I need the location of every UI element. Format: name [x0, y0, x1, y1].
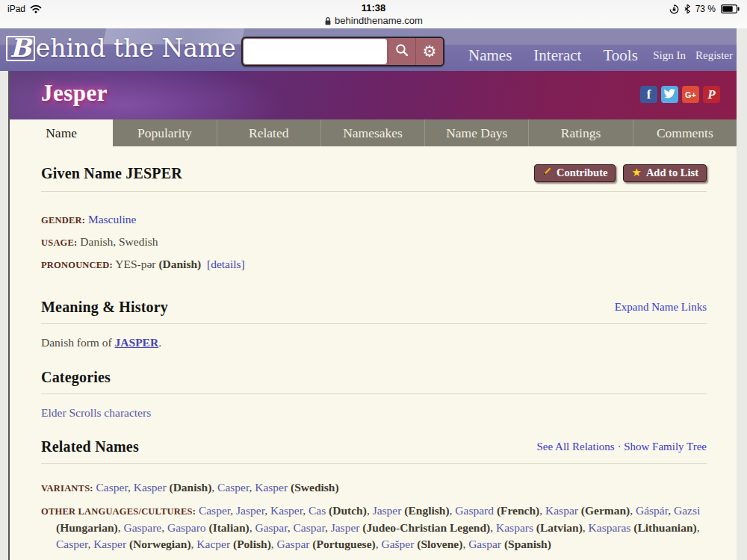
related-name-link[interactable]: Casper [217, 481, 249, 494]
given-name-header: Given Name JESPER Contribute ★ A [41, 146, 707, 192]
related-name-link[interactable]: Kaspars [496, 521, 533, 534]
related-name-link[interactable]: Casper [56, 538, 87, 550]
add-to-list-button[interactable]: ★ Add to List [623, 164, 707, 182]
related-name-link[interactable]: Jasper [373, 504, 402, 517]
related-name-link[interactable]: Gaspare [123, 521, 161, 534]
jasper-link[interactable]: JASPER [115, 336, 159, 349]
usage-label: USAGE: [41, 237, 77, 248]
tab-related[interactable]: Related [217, 119, 320, 146]
register-link[interactable]: Register [695, 49, 733, 62]
battery-percent: 73 % [695, 4, 716, 14]
search-button[interactable] [388, 38, 415, 65]
category-link[interactable]: Elder Scrolls characters [41, 406, 151, 419]
status-bar: iPad 11:38 behindthename.com [0, 0, 747, 28]
tab-name-days[interactable]: Name Days [424, 119, 528, 146]
related-name-link[interactable]: Gazsi [674, 504, 700, 517]
usage-value: Danish, Swedish [80, 235, 158, 248]
twitter-share-button[interactable] [661, 86, 678, 103]
contribute-label: Contribute [557, 167, 607, 179]
related-name-link[interactable]: Gaspard [455, 504, 494, 517]
related-name-link[interactable]: Gaspar [255, 521, 288, 534]
related-body: VARIANTS: Casper, Kasper (Danish), Caspe… [41, 464, 707, 560]
see-all-relations-link[interactable]: See All Relations · Show Family Tree [536, 441, 707, 453]
meaning-heading: Meaning & History [41, 299, 168, 316]
page-card: Jesper f G+ P [8, 71, 737, 560]
tab-bar: NamePopularityRelatedNamesakesName DaysR… [10, 119, 737, 146]
pronounced-value: YES-pər [115, 258, 155, 270]
sign-in-link[interactable]: Sign In [653, 49, 686, 62]
bluetooth-icon [684, 4, 690, 13]
related-name-link[interactable]: Jasper [331, 521, 360, 534]
pronunciation-details-link[interactable]: [details] [207, 258, 245, 270]
related-heading: Related Names [41, 438, 139, 455]
tab-namesakes[interactable]: Namesakes [320, 119, 424, 146]
related-name-link[interactable]: Kasper [93, 538, 126, 550]
tab-name[interactable]: Name [10, 119, 113, 146]
search-group: ⚙ [241, 37, 444, 66]
screen: iPad 11:38 behindthename.com [0, 0, 747, 560]
related-name-link[interactable]: Cas [309, 504, 326, 517]
url-text: behindthename.com [335, 15, 423, 26]
logo-initial: B [6, 36, 35, 61]
page-title: Jesper [41, 80, 108, 107]
page-content: Given Name JESPER Contribute ★ A [10, 146, 737, 560]
add-to-list-label: Add to List [646, 167, 698, 179]
address-bar[interactable]: behindthename.com [0, 15, 747, 26]
related-name-link[interactable]: Casper [96, 481, 128, 494]
other-languages-label: OTHER LANGUAGES/CULTURES: [41, 506, 196, 517]
related-name-link[interactable]: Kasper [255, 481, 288, 494]
site-logo[interactable]: Behind the Name [6, 34, 236, 63]
related-name-link[interactable]: Kasparas [589, 521, 631, 534]
pencil-icon [542, 167, 552, 179]
related-name-link[interactable]: Gaspar [468, 538, 501, 550]
account-nav: Sign In Register [653, 49, 733, 62]
nav-interact[interactable]: Interact [533, 46, 581, 64]
gender-label: GENDER: [41, 215, 85, 225]
tab-popularity[interactable]: Popularity [113, 119, 216, 146]
categories-header: Categories [41, 358, 707, 394]
tab-comments[interactable]: Comments [633, 119, 737, 146]
related-header: Related Names See All Relations · Show F… [41, 428, 707, 464]
contribute-button[interactable]: Contribute [534, 164, 616, 182]
clock: 11:38 [0, 2, 747, 13]
social-buttons: f G+ P [640, 86, 720, 103]
facebook-share-button[interactable]: f [640, 86, 657, 103]
gender-value-link[interactable]: Masculine [88, 213, 137, 225]
language-tag: (Portuguese) [312, 538, 375, 550]
language-tag: (Slovene) [417, 538, 462, 550]
related-name-link[interactable]: Kasper [134, 481, 167, 494]
ssl-lock-icon [324, 16, 332, 25]
google-plus-share-button[interactable]: G+ [682, 86, 699, 103]
related-name-link[interactable]: Jasper [236, 504, 264, 517]
pinterest-share-button[interactable]: P [703, 86, 720, 103]
language-tag: (Norwegian) [129, 538, 191, 550]
twitter-icon [664, 88, 675, 102]
nav-tools[interactable]: Tools [603, 46, 637, 64]
language-tag: (Polish) [233, 538, 271, 550]
variants-row: VARIANTS: Casper, Kasper (Danish), Caspe… [41, 479, 707, 497]
related-name-link[interactable]: Kacper [196, 538, 230, 550]
other-languages-row: OTHER LANGUAGES/CULTURES: Casper, Jasper… [41, 503, 707, 553]
language-tag: (Swedish) [291, 481, 339, 494]
language-tag: (Dutch) [329, 504, 367, 517]
related-name-link[interactable]: Casper [199, 504, 230, 517]
language-tag: (Lithuanian) [633, 521, 696, 534]
tab-ratings[interactable]: Ratings [528, 119, 632, 146]
language-tag: (Latvian) [536, 521, 583, 534]
pronounced-row: PRONOUNCED: YES-pər (Danish) [details] [41, 255, 707, 274]
related-name-link[interactable]: Kasper [270, 504, 303, 517]
related-name-link[interactable]: Gáspár [636, 504, 668, 517]
related-name-link[interactable]: Kaspar [545, 504, 578, 517]
language-tag: (English) [404, 504, 449, 517]
related-name-link[interactable]: Caspar [294, 521, 325, 534]
meaning-body: Danish form of JASPER. [41, 324, 707, 358]
settings-button[interactable]: ⚙ [415, 38, 443, 65]
related-name-link[interactable]: Gaspar [277, 538, 310, 550]
expand-name-links[interactable]: Expand Name Links [615, 301, 707, 314]
name-banner: Jesper f G+ P [10, 71, 737, 119]
search-input[interactable] [244, 39, 387, 64]
nav-names[interactable]: Names [468, 46, 512, 64]
related-name-link[interactable]: Gašper [381, 538, 414, 550]
language-tag: (Italian) [209, 521, 249, 534]
related-name-link[interactable]: Gasparo [167, 521, 206, 534]
